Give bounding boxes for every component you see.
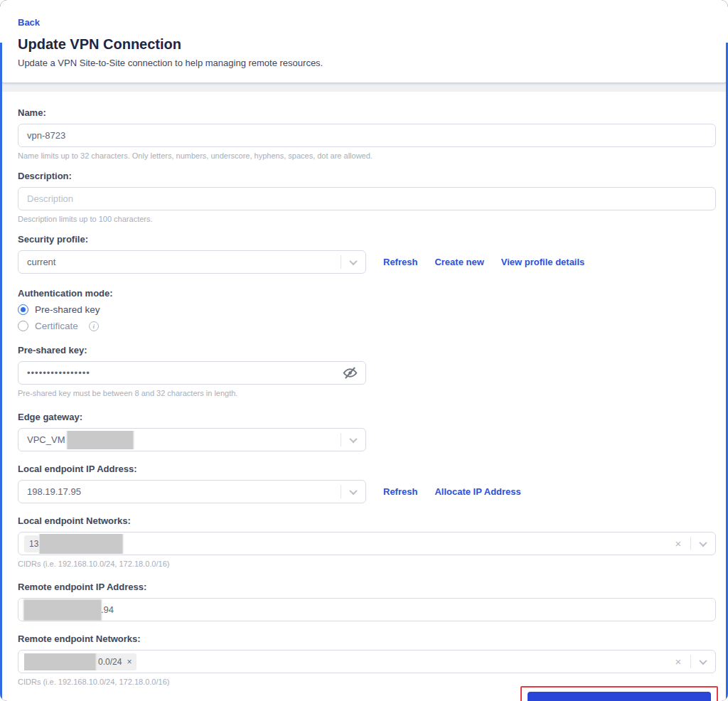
local-networks-label: Local endpoint Networks: <box>18 515 716 526</box>
form-panel: Name: Name limits up to 32 characters. O… <box>0 92 728 701</box>
edge-gateway-select[interactable]: VPC_VM <box>18 428 366 451</box>
network-tag: 13 <box>24 535 38 552</box>
local-ip-label: Local endpoint IP Address: <box>18 464 716 474</box>
remove-tag-icon[interactable]: × <box>127 657 132 667</box>
description-input[interactable] <box>18 187 716 210</box>
chevron-down-icon[interactable] <box>691 541 715 547</box>
network-tag: 0.0/24 × <box>24 653 136 670</box>
pre-shared-key-label: Pre-shared key: <box>18 345 716 355</box>
remote-networks-input[interactable]: 0.0/24 × × <box>18 650 716 673</box>
description-label: Description: <box>18 171 716 181</box>
create-new-profile-link[interactable]: Create new <box>434 257 483 267</box>
pre-shared-key-helper-text: Pre-shared key must be between 8 and 32 … <box>18 389 716 397</box>
edge-gateway-field-group: Edge gateway: VPC_VM <box>18 412 716 451</box>
auth-mode-preshared-label: Pre-shared key <box>35 304 100 315</box>
remote-ip-label: Remote endpoint IP Address: <box>18 582 716 592</box>
chevron-down-icon[interactable] <box>341 489 365 495</box>
chevron-down-icon[interactable] <box>691 659 715 665</box>
redaction-blur <box>24 653 95 670</box>
radio-selected-icon[interactable] <box>18 304 28 315</box>
edge-gateway-value: VPC_VM <box>27 434 65 445</box>
security-profile-label: Security profile: <box>18 234 716 245</box>
page-header: Back Update VPN Connection Update a VPN … <box>0 0 728 82</box>
network-tag-text: 13 <box>29 539 38 549</box>
auth-mode-certificate-label: Certificate <box>35 321 78 331</box>
allocate-ip-address-link[interactable]: Allocate IP Address <box>434 486 520 497</box>
remote-networks-helper-text: CIDRs (i.e. 192.168.10.0/24, 172.18.0.0/… <box>18 678 716 686</box>
clear-field-icon[interactable]: × <box>666 537 690 550</box>
pre-shared-key-input[interactable] <box>18 361 366 385</box>
edge-gateway-label: Edge gateway: <box>18 412 716 422</box>
view-profile-details-link[interactable]: View profile details <box>501 257 585 267</box>
auth-mode-option-certificate[interactable]: Certificate i <box>18 321 716 331</box>
auth-mode-label: Authentication mode: <box>18 288 716 299</box>
chevron-down-icon[interactable] <box>341 259 365 265</box>
security-profile-select[interactable]: current <box>18 250 366 274</box>
remote-networks-field-group: Remote endpoint Networks: 0.0/24 × × CID… <box>18 633 716 686</box>
info-icon[interactable]: i <box>89 321 99 331</box>
redaction-blur <box>68 431 133 449</box>
page-title: Update VPN Connection <box>18 36 710 53</box>
network-tag-text: 0.0/24 <box>98 657 122 667</box>
name-helper-text: Name limits up to 32 characters. Only le… <box>18 151 716 160</box>
local-ip-field-group: Local endpoint IP Address: 198.19.17.95 … <box>18 464 716 503</box>
remote-ip-value: .94 <box>101 604 114 615</box>
security-profile-field-group: Security profile: current Refresh Create… <box>18 234 716 274</box>
auth-mode-option-preshared[interactable]: Pre-shared key <box>18 304 716 315</box>
pre-shared-key-field-group: Pre-shared key: Pre-shared key must be b… <box>18 345 716 397</box>
highlight-annotation-box: Update Site-to-Site VPN Connection <box>520 686 718 701</box>
redaction-blur <box>24 600 101 620</box>
update-vpn-connection-window: Back Update VPN Connection Update a VPN … <box>0 0 728 701</box>
description-field-group: Description: Description limits up to 10… <box>18 171 716 223</box>
clear-field-icon[interactable]: × <box>666 655 690 668</box>
local-networks-helper-text: CIDRs (i.e. 192.168.10.0/24, 172.18.0.0/… <box>18 560 716 568</box>
update-vpn-connection-button[interactable]: Update Site-to-Site VPN Connection <box>528 692 711 701</box>
auth-mode-field-group: Authentication mode: Pre-shared key Cert… <box>18 288 716 331</box>
remote-ip-input[interactable]: .94 <box>18 598 716 621</box>
remote-ip-field-group: Remote endpoint IP Address: .94 <box>18 582 716 621</box>
back-link[interactable]: Back <box>18 17 710 28</box>
redaction-blur <box>40 534 122 554</box>
local-networks-field-group: Local endpoint Networks: 13 × CIDRs (i.e… <box>18 515 716 568</box>
chevron-down-icon[interactable] <box>341 437 365 443</box>
local-networks-input[interactable]: 13 × <box>18 532 716 555</box>
security-profile-value: current <box>27 257 341 267</box>
name-input[interactable] <box>18 124 716 147</box>
page-subtitle: Update a VPN Site-to-Site connection to … <box>18 58 710 68</box>
local-ip-select[interactable]: 198.19.17.95 <box>18 480 366 503</box>
form-footer: Update Site-to-Site VPN Connection <box>18 686 716 701</box>
refresh-security-profile-link[interactable]: Refresh <box>383 257 417 267</box>
name-label: Name: <box>18 107 716 118</box>
local-ip-value: 198.19.17.95 <box>27 486 341 497</box>
window-left-accent <box>0 43 2 701</box>
name-field-group: Name: Name limits up to 32 characters. O… <box>18 107 716 160</box>
description-helper-text: Description limits up to 100 characters. <box>18 215 716 223</box>
remote-networks-label: Remote endpoint Networks: <box>18 633 716 644</box>
radio-unselected-icon[interactable] <box>18 321 28 331</box>
eye-off-icon[interactable] <box>343 365 358 383</box>
refresh-ip-link[interactable]: Refresh <box>383 486 417 497</box>
